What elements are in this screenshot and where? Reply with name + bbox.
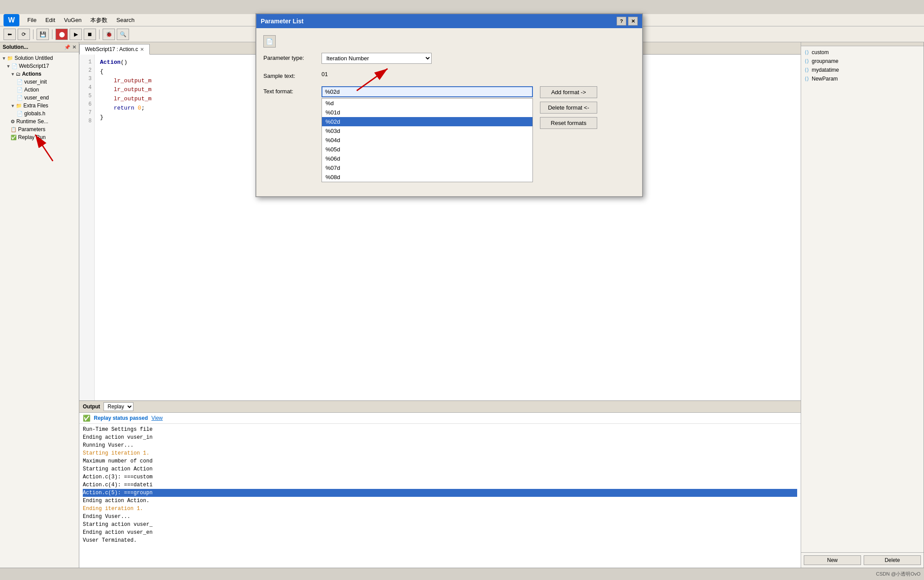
tree-replay-run[interactable]: ✅ Replay Run: [0, 133, 79, 141]
log-line-3: Running Vuser...: [83, 441, 797, 449]
param-type-row: Parameter type: Iteration Number: [263, 53, 635, 64]
solution-panel-title: Solution...: [3, 44, 28, 50]
toolbar-stop[interactable]: ⏹: [84, 29, 96, 40]
tab-close-btn[interactable]: ✕: [140, 47, 144, 52]
format-opt-07d[interactable]: %07d: [322, 163, 532, 173]
delete-format-btn[interactable]: Delete format <-: [540, 102, 597, 114]
param-buttons: New Delete: [801, 552, 924, 568]
tree-actions[interactable]: ▼ 🗂 Actions: [0, 70, 79, 78]
menu-vugen[interactable]: VuGen: [59, 16, 86, 24]
param-panel: ⟨⟩ custom ⟨⟩ groupname ⟨⟩ mydatatime ⟨⟩ …: [801, 42, 924, 568]
log-line-8: Action.c(4): ===dateti: [83, 481, 797, 489]
param-name-newparam: NewParam: [812, 76, 838, 82]
action-buttons: Add format -> Delete format <- Reset for…: [540, 86, 597, 129]
format-opt-02d[interactable]: %02d: [322, 117, 532, 126]
toolbar-back[interactable]: ⬅: [4, 29, 16, 40]
dialog-toolbar-icon[interactable]: 📄: [263, 35, 276, 48]
param-name-custom: custom: [812, 49, 829, 55]
text-format-input[interactable]: [322, 86, 533, 97]
csdn-watermark: CSDN @小透明OvO: [876, 571, 920, 577]
menu-params[interactable]: 本参数: [86, 15, 112, 25]
param-item-newparam[interactable]: ⟨⟩ NewParam: [801, 74, 924, 83]
tree-vuser-end[interactable]: 📄 vuser_end: [0, 94, 79, 102]
globals-icon: 📄: [17, 111, 23, 117]
tree-runtime[interactable]: ⚙ Runtime Se...: [0, 117, 79, 125]
toolbar-run[interactable]: ▶: [70, 29, 82, 40]
toolbar-save[interactable]: 💾: [37, 29, 49, 40]
add-format-btn[interactable]: Add format ->: [540, 86, 597, 98]
format-dropdown: %d %01d %02d %03d %04d %05d %06d %07d %0…: [322, 98, 533, 182]
solution-panel: Solution... 📌 ✕ ▼ 📁 Solution Untitled ▼ …: [0, 42, 79, 568]
toolbar-forward[interactable]: ⟳: [18, 29, 30, 40]
param-icon-mydatatime: ⟨⟩: [805, 67, 809, 73]
expand-webscript: ▼: [6, 64, 11, 69]
solution-icon: 📁: [7, 55, 13, 61]
format-opt-d[interactable]: %d: [322, 99, 532, 108]
param-item-groupname[interactable]: ⟨⟩ groupname: [801, 57, 924, 66]
text-format-label: Text format:: [263, 86, 316, 95]
toolbar-record[interactable]: ⬤: [55, 29, 68, 40]
webscript-label: WebScript17: [19, 63, 49, 69]
reset-formats-btn[interactable]: Reset formats: [540, 117, 597, 129]
dialog-close-btn[interactable]: ✕: [628, 17, 638, 26]
menu-file[interactable]: File: [23, 16, 41, 24]
sample-text-value: 01: [322, 70, 328, 78]
toolbar-sep1: [33, 29, 33, 39]
format-opt-05d[interactable]: %05d: [322, 145, 532, 154]
status-view-link[interactable]: View: [152, 415, 163, 421]
toolbar-debug[interactable]: 🐞: [103, 29, 115, 40]
replay-label: Replay Run: [18, 134, 46, 140]
param-type-select[interactable]: Iteration Number: [322, 53, 432, 64]
param-icon-newparam: ⟨⟩: [805, 76, 809, 82]
tree-webscript[interactable]: ▼ 📄 WebScript17: [0, 62, 79, 70]
vuser-end-icon: 📄: [17, 95, 23, 101]
param-item-mydatatime[interactable]: ⟨⟩ mydatatime: [801, 66, 924, 74]
output-header: Output Replay: [79, 401, 801, 413]
log-line-5: Maximum number of cond: [83, 457, 797, 465]
format-opt-08d[interactable]: %08d: [322, 173, 532, 182]
menu-search[interactable]: Search: [112, 16, 139, 24]
tree-parameters[interactable]: 📋 Parameters: [0, 125, 79, 133]
sample-text-value-area: 01: [322, 71, 635, 77]
tree-action[interactable]: 📄 Action: [0, 86, 79, 94]
output-log[interactable]: Run-Time Settings file Ending action vus…: [79, 424, 801, 568]
format-list-wrapper: %d %01d %02d %03d %04d %05d %06d %07d %0…: [322, 86, 533, 182]
param-name-groupname: groupname: [812, 58, 839, 64]
tree-solution[interactable]: ▼ 📁 Solution Untitled: [0, 54, 79, 62]
format-opt-06d[interactable]: %06d: [322, 154, 532, 163]
toolbar-search[interactable]: 🔍: [117, 29, 129, 40]
parameter-list-dialog[interactable]: Parameter List ? ✕ 📄 Parameter type: Ite…: [255, 13, 643, 197]
tree-extra-files[interactable]: ▼ 📁 Extra Files: [0, 102, 79, 110]
extra-label: Extra Files: [23, 103, 48, 109]
delete-param-btn[interactable]: Delete: [864, 555, 921, 565]
tab-action[interactable]: WebScript17 : Action.c ✕: [79, 44, 150, 55]
hp-logo: W: [4, 14, 19, 26]
dialog-help-btn[interactable]: ?: [617, 17, 626, 26]
menu-edit[interactable]: Edit: [41, 16, 59, 24]
close-icon[interactable]: ✕: [72, 44, 76, 50]
solution-label: Solution Untitled: [15, 55, 53, 61]
status-check-icon: ✅: [83, 415, 90, 422]
output-area: Output Replay ✅ Replay status passed Vie…: [79, 400, 801, 568]
status-bar-output: ✅ Replay status passed View: [79, 413, 801, 424]
tree-vuser-init[interactable]: 📄 vuser_init: [0, 78, 79, 86]
param-item-custom[interactable]: ⟨⟩ custom: [801, 48, 924, 57]
format-opt-01d[interactable]: %01d: [322, 108, 532, 117]
output-dropdown[interactable]: Replay: [103, 402, 133, 411]
format-opt-03d[interactable]: %03d: [322, 126, 532, 136]
sample-text-row: Sample text: 01: [263, 71, 635, 79]
vuser-init-icon: 📄: [17, 79, 23, 85]
log-line-15: Vuser Terminated.: [83, 536, 797, 544]
expand-actions: ▼: [11, 72, 15, 77]
tree-globals[interactable]: 📄 globals.h: [0, 110, 79, 117]
log-line-11: Ending iteration 1.: [83, 505, 797, 513]
pin-icon[interactable]: 📌: [64, 44, 70, 50]
log-line-14: Ending action vuser_en: [83, 529, 797, 536]
dialog-body: 📄 Parameter type: Iteration Number Sampl…: [256, 28, 642, 196]
log-line-12: Ending Vuser...: [83, 513, 797, 521]
format-opt-04d[interactable]: %04d: [322, 136, 532, 145]
actions-icon: 🗂: [16, 71, 21, 77]
runtime-icon: ⚙: [11, 119, 15, 125]
new-param-btn[interactable]: New: [804, 555, 861, 565]
sample-text-label: Sample text:: [263, 71, 316, 79]
